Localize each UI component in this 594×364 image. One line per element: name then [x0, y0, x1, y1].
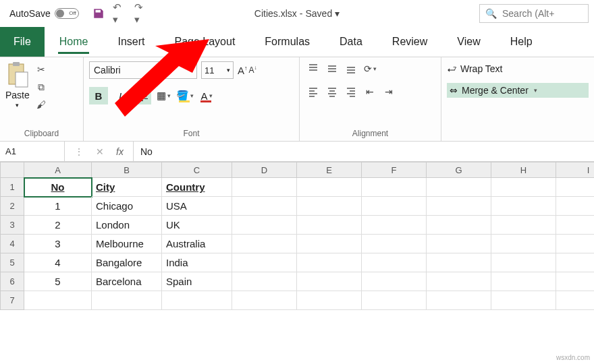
- orientation-button[interactable]: ⟳: [362, 61, 378, 76]
- autosave-toggle[interactable]: Off: [55, 8, 79, 19]
- cell[interactable]: No: [24, 178, 92, 197]
- row-header[interactable]: 7: [0, 291, 24, 310]
- cell[interactable]: Barcelona: [92, 272, 162, 291]
- cell[interactable]: 2: [24, 216, 92, 235]
- tab-data[interactable]: Data: [325, 27, 377, 57]
- column-header[interactable]: B: [92, 162, 162, 178]
- cell[interactable]: [362, 291, 427, 310]
- cell[interactable]: City: [92, 178, 162, 197]
- tab-formulas[interactable]: Formulas: [250, 27, 325, 57]
- document-title[interactable]: Cities.xlsx - Saved ▾: [254, 8, 340, 19]
- cell[interactable]: [427, 291, 491, 310]
- cell[interactable]: [427, 272, 491, 291]
- cell[interactable]: [297, 291, 362, 310]
- tab-page-layout[interactable]: Page Layout: [159, 27, 250, 57]
- cell[interactable]: [232, 272, 297, 291]
- cell[interactable]: [362, 272, 427, 291]
- autosave-control[interactable]: AutoSave Off: [9, 8, 79, 19]
- cell[interactable]: [232, 197, 297, 216]
- copy-icon[interactable]: ⧉: [34, 80, 49, 94]
- cell[interactable]: [491, 178, 556, 197]
- cell[interactable]: Bangalore: [92, 253, 162, 272]
- cell[interactable]: [556, 235, 594, 253]
- align-center-icon[interactable]: [324, 84, 340, 99]
- underline-button[interactable]: U: [132, 87, 151, 104]
- borders-button[interactable]: ▦: [154, 87, 173, 104]
- cell[interactable]: [362, 197, 427, 216]
- cell[interactable]: Spain: [162, 272, 232, 291]
- cell[interactable]: [491, 216, 556, 235]
- cell[interactable]: [297, 216, 362, 235]
- cell[interactable]: [362, 216, 427, 235]
- cell[interactable]: India: [162, 253, 232, 272]
- align-right-icon[interactable]: [343, 84, 359, 99]
- italic-button[interactable]: I: [111, 87, 130, 104]
- cell[interactable]: [297, 272, 362, 291]
- undo-icon[interactable]: ↶ ▾: [113, 6, 128, 21]
- formula-value[interactable]: No: [134, 146, 159, 157]
- fill-color-button[interactable]: 🪣: [176, 87, 194, 104]
- cell[interactable]: UK: [162, 216, 232, 235]
- tab-review[interactable]: Review: [377, 27, 442, 57]
- font-size-select[interactable]: 11▾: [201, 61, 234, 79]
- cell[interactable]: [297, 178, 362, 197]
- paste-button[interactable]: Paste ▾: [5, 61, 30, 109]
- decrease-font-icon[interactable]: A↓: [249, 65, 257, 76]
- row-header[interactable]: 6: [0, 272, 24, 291]
- cell[interactable]: [362, 178, 427, 197]
- decrease-indent-icon[interactable]: ⇤: [362, 84, 378, 99]
- cell[interactable]: [491, 235, 556, 253]
- cell[interactable]: [427, 178, 491, 197]
- cell[interactable]: [556, 291, 594, 310]
- name-box[interactable]: A1: [0, 142, 65, 161]
- bold-button[interactable]: B: [89, 87, 108, 104]
- fx-icon[interactable]: fx: [116, 146, 124, 157]
- cell[interactable]: USA: [162, 197, 232, 216]
- row-header[interactable]: 1: [0, 178, 24, 197]
- font-name-select[interactable]: Calibri▾: [89, 61, 197, 79]
- wrap-text-button[interactable]: ⮐ Wrap Text: [447, 61, 589, 76]
- cut-icon[interactable]: ✂: [34, 63, 49, 76]
- row-header[interactable]: 5: [0, 253, 24, 272]
- cell[interactable]: [427, 197, 491, 216]
- merge-center-button[interactable]: ⇔ Merge & Center: [447, 83, 589, 98]
- row-header[interactable]: 2: [0, 197, 24, 216]
- cell[interactable]: [24, 291, 92, 310]
- cell[interactable]: [92, 291, 162, 310]
- format-painter-icon[interactable]: 🖌: [34, 98, 49, 111]
- tab-file[interactable]: File: [0, 27, 45, 57]
- cell[interactable]: Country: [162, 178, 232, 197]
- cell[interactable]: [556, 216, 594, 235]
- cell[interactable]: 5: [24, 272, 92, 291]
- tab-help[interactable]: Help: [495, 27, 547, 57]
- save-icon[interactable]: [91, 6, 106, 21]
- cell[interactable]: [427, 216, 491, 235]
- select-all-corner[interactable]: [0, 162, 24, 178]
- font-color-button[interactable]: A: [197, 87, 216, 104]
- tab-home[interactable]: Home: [45, 27, 103, 57]
- tab-insert[interactable]: Insert: [103, 27, 159, 57]
- cell[interactable]: [491, 197, 556, 216]
- cell[interactable]: [362, 235, 427, 253]
- column-header[interactable]: C: [162, 162, 232, 178]
- cell[interactable]: [232, 291, 297, 310]
- cell[interactable]: [232, 216, 297, 235]
- column-header[interactable]: D: [232, 162, 297, 178]
- align-bottom-icon[interactable]: [343, 61, 359, 76]
- column-header[interactable]: F: [362, 162, 427, 178]
- cell[interactable]: Australia: [162, 235, 232, 253]
- column-header[interactable]: I: [556, 162, 594, 178]
- cell[interactable]: 1: [24, 197, 92, 216]
- cell[interactable]: [297, 235, 362, 253]
- redo-icon[interactable]: ↷ ▾: [134, 6, 149, 21]
- column-header[interactable]: G: [427, 162, 491, 178]
- cell[interactable]: [491, 253, 556, 272]
- cell[interactable]: [556, 253, 594, 272]
- row-header[interactable]: 4: [0, 235, 24, 253]
- increase-indent-icon[interactable]: ⇥: [381, 84, 397, 99]
- cell[interactable]: [427, 235, 491, 253]
- cell[interactable]: [556, 197, 594, 216]
- cell[interactable]: [162, 291, 232, 310]
- cell[interactable]: London: [92, 216, 162, 235]
- cell[interactable]: [232, 178, 297, 197]
